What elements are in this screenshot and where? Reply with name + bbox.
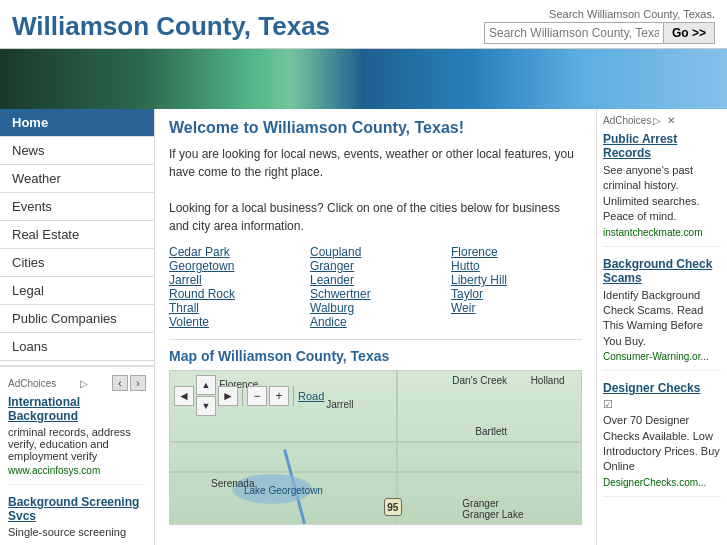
search-input[interactable] [484, 22, 664, 44]
banner-image [0, 49, 727, 109]
right-ad3-url: DesignerChecks.com... [603, 477, 721, 488]
city-taylor[interactable]: Taylor [451, 287, 582, 301]
nav-legal[interactable]: Legal [0, 277, 154, 305]
site-title: Williamson County, Texas [12, 11, 330, 42]
map-pan-left[interactable]: ◄ [174, 386, 194, 406]
map-label-holland: Holland [531, 375, 565, 386]
right-adchoices-label: AdChoices [603, 115, 651, 126]
map-label-granger: Granger [462, 498, 499, 509]
map-label-lake-georgetown: Lake Georgetown [244, 485, 323, 496]
map-label-jarrell: Jarrell [326, 399, 353, 410]
welcome-title: Welcome to Williamson County, Texas! [169, 119, 582, 137]
cities-col3: Florence Hutto Liberty Hill Taylor Weir [451, 245, 582, 329]
right-ad2-title[interactable]: Background Check Scams [603, 257, 721, 285]
ad-next-button[interactable]: › [130, 375, 146, 391]
city-cedar-park[interactable]: Cedar Park [169, 245, 300, 259]
sidebar-ad1-url: www.accinfosys.com [8, 465, 146, 476]
nav-home[interactable]: Home [0, 109, 154, 137]
sidebar-adchoices-label: AdChoices [8, 378, 56, 389]
city-schwertner[interactable]: Schwertner [310, 287, 441, 301]
sidebar-ad-nav: ‹ › [112, 375, 146, 391]
cities-grid: Cedar Park Georgetown Jarrell Round Rock… [169, 245, 582, 329]
main-content: Welcome to Williamson County, Texas! If … [155, 109, 597, 545]
right-ad3: Designer Checks ☑ Over 70 Designer Check… [603, 381, 721, 497]
city-hutto[interactable]: Hutto [451, 259, 582, 273]
sidebar-ad2-title[interactable]: Background Screening Svcs [8, 495, 139, 523]
map-divider2 [293, 386, 294, 406]
map-controls: ◄ ▲ ▼ ► − + Road [174, 375, 324, 416]
city-coupland[interactable]: Coupland [310, 245, 441, 259]
search-button[interactable]: Go >> [664, 22, 715, 44]
sidebar-ad: AdChoices ▷ ‹ › International Background… [0, 365, 154, 545]
map-pan-vertical: ▲ ▼ [196, 375, 216, 416]
city-georgetown[interactable]: Georgetown [169, 259, 300, 273]
right-ad1-title[interactable]: Public Arrest Records [603, 132, 721, 160]
search-label: Search Williamson County, Texas. [549, 8, 715, 20]
right-ad2: Background Check Scams Identify Backgrou… [603, 257, 721, 372]
banner [0, 49, 727, 109]
search-area: Search Williamson County, Texas. Go >> [484, 8, 715, 44]
welcome-text: If you are looking for local news, event… [169, 145, 582, 235]
map-label-dans-creek: Dan's Creek [452, 375, 507, 386]
city-weir[interactable]: Weir [451, 301, 582, 315]
nav-public-companies[interactable]: Public Companies [0, 305, 154, 333]
nav-loans[interactable]: Loans [0, 333, 154, 361]
ad-prev-button[interactable]: ‹ [112, 375, 128, 391]
adchoices-triangle-icon: ▷ [653, 115, 661, 126]
cities-col1: Cedar Park Georgetown Jarrell Round Rock… [169, 245, 300, 329]
left-sidebar: Home News Weather Events Real Estate Cit… [0, 109, 155, 545]
city-liberty-hill[interactable]: Liberty Hill [451, 273, 582, 287]
welcome-p1: If you are looking for local news, event… [169, 145, 582, 181]
nav-events[interactable]: Events [0, 193, 154, 221]
city-round-rock[interactable]: Round Rock [169, 287, 300, 301]
nav-weather[interactable]: Weather [0, 165, 154, 193]
city-jarrell[interactable]: Jarrell [169, 273, 300, 287]
right-ad1: Public Arrest Records See anyone's past … [603, 132, 721, 247]
nav-news[interactable]: News [0, 137, 154, 165]
right-ad2-body: Identify Background Check Scams. Read Th… [603, 288, 721, 350]
city-andice[interactable]: Andice [310, 315, 441, 329]
nav-cities[interactable]: Cities [0, 249, 154, 277]
sidebar-ad1: International Background criminal record… [8, 395, 146, 485]
map-road-label[interactable]: Road [298, 390, 324, 402]
right-adchoices-header: AdChoices ▷ ✕ [603, 115, 721, 126]
city-walburg[interactable]: Walburg [310, 301, 441, 315]
header: Williamson County, Texas Search Williams… [0, 0, 727, 49]
right-ad2-url: Consumer-Warning.or... [603, 351, 721, 362]
sidebar-ad-header: AdChoices ▷ ‹ › [8, 375, 146, 391]
city-thrall[interactable]: Thrall [169, 301, 300, 315]
check-icon: ☑ [603, 398, 721, 411]
map-zoom-out[interactable]: − [247, 386, 267, 406]
map-title: Map of Williamson County, Texas [169, 339, 582, 364]
city-florence[interactable]: Florence [451, 245, 582, 259]
sidebar-ad2: Background Screening Svcs Single-source … [8, 495, 146, 545]
map-zoom-in[interactable]: + [269, 386, 289, 406]
map-divider [242, 386, 243, 406]
city-leander[interactable]: Leander [310, 273, 441, 287]
map-road-h1 [170, 441, 581, 443]
welcome-p2: Looking for a local business? Click on o… [169, 199, 582, 235]
main-layout: Home News Weather Events Real Estate Cit… [0, 109, 727, 545]
right-ad1-body: See anyone's past criminal history. Unli… [603, 163, 721, 225]
right-ad1-url: instantcheckmate.com [603, 227, 721, 238]
close-icon[interactable]: ✕ [667, 115, 675, 126]
city-granger[interactable]: Granger [310, 259, 441, 273]
map-pan-right[interactable]: ► [218, 386, 238, 406]
adchoices-icon: ▷ [80, 378, 88, 389]
right-ad3-body: Over 70 Designer Checks Available. Low I… [603, 413, 721, 475]
city-volente[interactable]: Volente [169, 315, 300, 329]
sidebar-ad2-body: Single-source screening [8, 526, 146, 538]
nav-real-estate[interactable]: Real Estate [0, 221, 154, 249]
sidebar-ad1-title[interactable]: International Background [8, 395, 80, 423]
right-ad3-title[interactable]: Designer Checks [603, 381, 721, 395]
map-highway-badge: 95 [384, 498, 402, 516]
map-pan-up[interactable]: ▲ [196, 375, 216, 395]
map-label-bartlett: Bartlett [475, 426, 507, 437]
cities-col2: Coupland Granger Leander Schwertner Walb… [310, 245, 441, 329]
sidebar-ad1-body: criminal records, address verify, educat… [8, 426, 146, 462]
map-container[interactable]: 95 Florence Jarrell Bartlett Holland Dan… [169, 370, 582, 525]
map-road-h2 [170, 471, 581, 473]
map-label-granger-lake: Granger Lake [462, 509, 523, 520]
map-pan-down[interactable]: ▼ [196, 396, 216, 416]
search-row: Go >> [484, 22, 715, 44]
